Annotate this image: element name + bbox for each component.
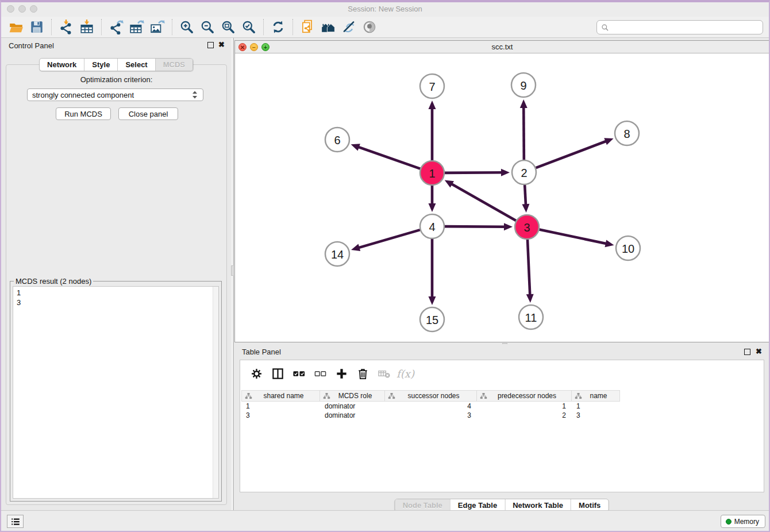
tab-network-table[interactable]: Network Table	[505, 499, 571, 511]
network-graph[interactable]: 1234678910111415	[235, 53, 769, 342]
split-view-button[interactable]	[267, 364, 288, 383]
close-panel-icon[interactable]: ✖	[218, 41, 225, 49]
close-panel-button[interactable]: Close panel	[118, 107, 178, 120]
function-builder-button[interactable]: f(x)	[395, 364, 416, 383]
edge-1-6[interactable]	[358, 147, 420, 169]
network-minimize-button[interactable]: −	[250, 43, 258, 51]
mcds-result-text[interactable]: 13	[13, 286, 219, 499]
export-table-icon	[129, 20, 144, 34]
edge-3-10[interactable]	[540, 230, 607, 244]
minimize-window-button[interactable]	[18, 5, 26, 13]
zoom-fit-button[interactable]	[218, 18, 238, 36]
export-image-button[interactable]	[147, 18, 168, 36]
import-network-button[interactable]	[56, 18, 76, 36]
network-close-button[interactable]: ✕	[238, 43, 247, 51]
optimization-criterion-select[interactable]: strongly connected component	[27, 88, 203, 101]
edge-2-9[interactable]	[523, 107, 524, 160]
memory-button[interactable]: Memory	[721, 515, 765, 528]
edge-1-2[interactable]	[445, 172, 502, 173]
close-window-button[interactable]	[7, 5, 14, 13]
save-session-button[interactable]	[26, 18, 47, 36]
edge-3-1[interactable]	[451, 184, 516, 221]
run-mcds-button[interactable]: Run MCDS	[56, 107, 111, 120]
edge-arrowhead	[351, 244, 360, 251]
network-zoom-button[interactable]: +	[261, 43, 270, 51]
deselect-all-button[interactable]	[310, 364, 331, 383]
settings-icon	[250, 367, 263, 380]
search-input[interactable]	[609, 23, 759, 32]
table-cell[interactable]: 1	[572, 402, 620, 411]
table-cell[interactable]: dominator	[320, 402, 385, 411]
task-history-button[interactable]	[7, 515, 24, 528]
table-row[interactable]: 1dominator411	[241, 402, 620, 411]
tab-motifs[interactable]: Motifs	[571, 499, 608, 511]
column-type-icon	[388, 392, 395, 399]
tab-network[interactable]: Network	[40, 59, 84, 71]
import-table-button[interactable]	[76, 18, 97, 36]
delete-button[interactable]	[352, 364, 374, 383]
select-all-icon	[292, 367, 306, 380]
clear-table-button[interactable]	[374, 364, 395, 383]
column-header-shared-name[interactable]: shared name	[241, 390, 320, 402]
show-hide-panels-button[interactable]	[359, 18, 380, 36]
column-header-label: MCDS role	[330, 392, 384, 400]
toolbar-separator	[101, 19, 102, 35]
tab-edge-table[interactable]: Edge Table	[450, 499, 505, 511]
table-float-icon[interactable]	[744, 349, 750, 355]
mcds-result-group: MCDS result (2 nodes) 13	[10, 281, 222, 502]
mcds-result-line: 3	[17, 298, 218, 307]
network-canvas[interactable]: 1234678910111415	[235, 53, 769, 342]
zoom-window-button[interactable]	[30, 5, 37, 13]
table-close-icon[interactable]: ✖	[756, 348, 762, 356]
edge-arrowhead	[526, 294, 534, 303]
column-header-predecessor-nodes[interactable]: predecessor nodes	[477, 390, 572, 402]
table-cell[interactable]: 3	[241, 411, 320, 420]
edge-4-14[interactable]	[358, 230, 419, 248]
table-cell[interactable]: 2	[477, 411, 572, 420]
edge-2-3[interactable]	[525, 185, 526, 205]
control-panel-header: Control Panel ✖	[1, 38, 231, 53]
edge-4-3[interactable]	[445, 226, 505, 227]
apply-layout-button[interactable]	[268, 18, 288, 36]
column-type-icon	[323, 392, 330, 399]
tab-node-table[interactable]: Node Table	[395, 499, 450, 511]
edge-arrowhead	[429, 101, 436, 109]
tab-select[interactable]: Select	[117, 59, 155, 71]
float-panel-icon[interactable]	[207, 42, 214, 48]
result-scrollbar[interactable]	[213, 287, 218, 498]
table-row[interactable]: 3dominator323	[241, 411, 620, 420]
zoom-in-icon	[179, 20, 194, 34]
tab-mcds[interactable]: MCDS	[155, 59, 192, 71]
table-cell[interactable]: 3	[385, 411, 477, 420]
settings-button[interactable]	[246, 364, 267, 383]
table-cell[interactable]: 1	[477, 402, 572, 411]
open-session-button[interactable]	[6, 18, 26, 36]
splitter-handle[interactable]	[231, 265, 234, 276]
graph-node-label-10: 10	[622, 242, 634, 255]
export-table-button[interactable]	[126, 18, 147, 36]
table-cell[interactable]: 1	[241, 402, 320, 411]
welcome-screen-button[interactable]	[318, 18, 338, 36]
export-network-button[interactable]	[106, 18, 126, 36]
zoom-selected-button[interactable]	[238, 18, 259, 36]
add-button[interactable]	[331, 364, 352, 383]
search-box[interactable]	[596, 20, 763, 34]
edge-arrowhead	[520, 99, 528, 108]
new-network-from-file-button[interactable]	[297, 18, 318, 36]
tab-style[interactable]: Style	[84, 59, 117, 71]
column-header-name[interactable]: name	[572, 390, 620, 402]
edge-2-8[interactable]	[536, 141, 607, 168]
function-builder-label: f(x)	[396, 368, 414, 380]
zoom-out-button[interactable]	[197, 18, 218, 36]
column-header-mcds-role[interactable]: MCDS role	[320, 390, 385, 402]
table-cell[interactable]: 4	[385, 402, 477, 411]
clear-table-icon	[378, 367, 391, 380]
edge-3-11[interactable]	[528, 240, 530, 295]
column-header-successor-nodes[interactable]: successor nodes	[385, 390, 477, 402]
zoom-in-button[interactable]	[176, 18, 197, 36]
import-network-icon	[59, 20, 74, 34]
table-cell[interactable]: 3	[572, 411, 620, 420]
toggle-graphics-details-button[interactable]	[338, 18, 359, 36]
table-cell[interactable]: dominator	[320, 411, 385, 420]
select-all-button[interactable]	[288, 364, 310, 383]
